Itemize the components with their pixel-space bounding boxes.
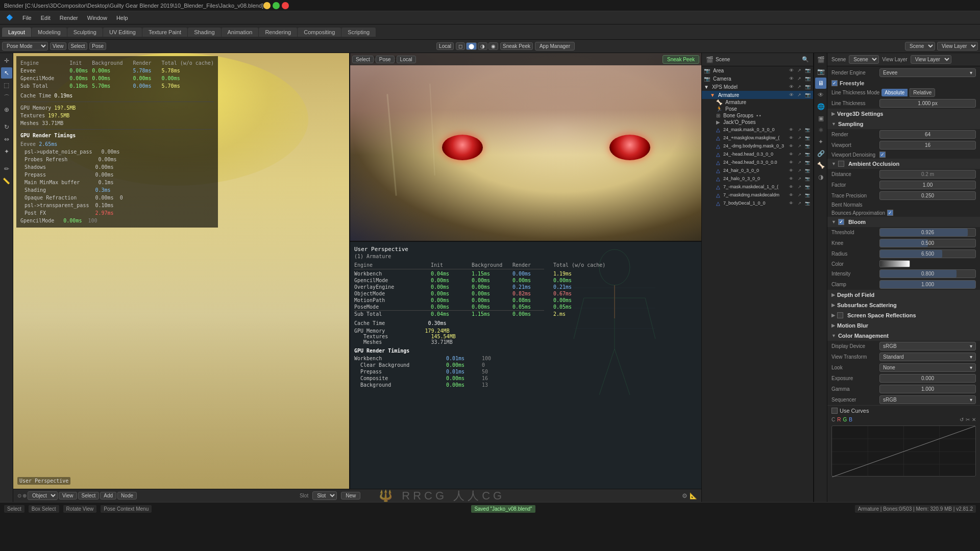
tab-animation[interactable]: Animation xyxy=(222,28,259,37)
curves-reset[interactable]: ↺ xyxy=(960,417,964,422)
m5-vis[interactable]: 👁 xyxy=(788,159,795,166)
move-tool[interactable]: ↖ xyxy=(1,67,12,79)
m7-vis[interactable]: 👁 xyxy=(788,175,795,182)
m6-rend[interactable]: 📷 xyxy=(804,167,811,174)
outliner-camera[interactable]: 📷 Camera 👁 ↗ 📷 xyxy=(702,74,813,83)
mb-section[interactable]: ▶ Motion Blur xyxy=(827,320,980,331)
look-val[interactable]: None ▾ xyxy=(879,363,976,372)
tab-shading[interactable]: Shading xyxy=(188,28,220,37)
bottom-add-btn[interactable]: Add xyxy=(100,492,116,499)
sneak-peek-btn[interactable]: Sneak Peek xyxy=(500,42,533,50)
curves-g[interactable]: G xyxy=(843,417,847,422)
view-layer-select[interactable]: View Layer xyxy=(937,42,978,51)
lasso-tool[interactable]: ⌒ xyxy=(1,92,12,103)
m6-sel[interactable]: ↗ xyxy=(796,167,803,174)
annotate-tool[interactable]: ✏ xyxy=(1,163,12,174)
prop-tab-material[interactable]: ◑ xyxy=(815,171,826,183)
bottom-icon-1[interactable]: ⚙ xyxy=(682,492,688,499)
outliner-mesh-4[interactable]: △ 24_-head.head_0.3_0_0 👁 ↗ 📷 xyxy=(702,150,813,158)
maximize-btn[interactable] xyxy=(273,2,280,9)
m4-vis[interactable]: 👁 xyxy=(788,151,795,158)
curves-clip[interactable]: ✂ xyxy=(966,417,970,422)
app-manager-btn[interactable]: App Manager xyxy=(535,42,575,51)
menu-blender[interactable]: 🔷 xyxy=(2,13,17,22)
outliner-mesh-2[interactable]: △ 24_+maskglow.maskglow_( 👁 ↗ 📷 xyxy=(702,134,813,142)
prop-tab-obj[interactable]: ▣ xyxy=(815,113,826,124)
sampling-section[interactable]: ▼ Sampling xyxy=(827,119,980,129)
local-btn[interactable]: Local xyxy=(436,42,454,50)
tab-compositing[interactable]: Compositing xyxy=(298,28,341,37)
new-btn[interactable]: New xyxy=(341,492,360,499)
freestyle-checkbox[interactable]: ✓ xyxy=(831,80,838,86)
m5-rend[interactable]: 📷 xyxy=(804,159,811,166)
verge3d-section[interactable]: ▶ Verge3D Settings xyxy=(827,109,980,119)
dist-val[interactable]: 0.2 m xyxy=(879,170,976,179)
bloom-checkbox[interactable]: ✓ xyxy=(838,219,844,225)
knee-val[interactable]: 0.500 xyxy=(879,239,976,247)
mode-select[interactable]: Pose Mode xyxy=(2,42,48,51)
tab-modeling[interactable]: Modeling xyxy=(32,28,67,37)
ao-section[interactable]: ▼ Ambient Occlusion xyxy=(827,159,980,169)
m2-rend[interactable]: 📷 xyxy=(804,134,811,141)
outliner-mesh-10[interactable]: △ 7_bodyDecal_1_0_0 👁 ↗ 📷 xyxy=(702,199,813,207)
outliner-xps-model[interactable]: ▼ XPS Model 👁 ↗ 📷 xyxy=(702,83,813,91)
outliner-mesh-8[interactable]: △ 7_-mask.maskdecal_1_0_( 👁 ↗ 📷 xyxy=(702,183,813,191)
prop-tab-data[interactable]: 🦴 xyxy=(815,160,826,171)
prop-tab-constraint[interactable]: 🔗 xyxy=(815,148,826,159)
bounces-checkbox[interactable]: ✓ xyxy=(887,210,893,216)
measure-tool[interactable]: 📏 xyxy=(1,176,12,187)
scene-select[interactable]: Scene xyxy=(905,42,935,51)
m10-vis[interactable]: 👁 xyxy=(788,199,795,207)
lt-value[interactable]: 1.000 px xyxy=(879,99,976,108)
shading-matprev[interactable]: ◑ xyxy=(478,42,487,50)
render-val[interactable]: 64 xyxy=(879,130,976,139)
m3-sel[interactable]: ↗ xyxy=(796,142,803,149)
prop-tab-particles[interactable]: ✦ xyxy=(815,136,826,147)
m8-rend[interactable]: 📷 xyxy=(804,183,811,190)
status-box-select[interactable]: Box Select xyxy=(29,505,59,513)
intensity-val[interactable]: 0.800 xyxy=(879,269,976,278)
outliner-armature-data[interactable]: 🦴 Armature xyxy=(702,99,813,106)
prop-tab-world[interactable]: 🌐 xyxy=(815,101,826,112)
scale-tool[interactable]: ⇔ xyxy=(1,134,12,145)
outliner-filter[interactable]: 🔍 xyxy=(802,56,809,63)
outliner-mesh-6[interactable]: △ 24_hair_0_3_0_0 👁 ↗ 📷 xyxy=(702,166,813,174)
face-pose-btn[interactable]: Pose xyxy=(376,56,395,63)
bloom-section[interactable]: ▼ ✓ Bloom xyxy=(827,217,980,227)
arm-rend[interactable]: 📷 xyxy=(804,91,811,98)
clamp-val[interactable]: 1.000 xyxy=(879,280,976,289)
outliner-bone-groups[interactable]: ⊞ Bone Groups • • xyxy=(702,112,813,119)
face-select-btn[interactable]: Select xyxy=(352,56,374,63)
m2-sel[interactable]: ↗ xyxy=(796,134,803,141)
m8-vis[interactable]: 👁 xyxy=(788,183,795,190)
shading-solid[interactable]: ⬤ xyxy=(466,42,477,50)
m10-rend[interactable]: 📷 xyxy=(804,199,811,207)
tab-sculpting[interactable]: Sculpting xyxy=(67,28,103,37)
bottom-select-btn[interactable]: Select xyxy=(78,492,100,499)
curves-c[interactable]: C xyxy=(831,417,835,422)
outliner-mesh-1[interactable]: △ 24_mask.mask_0_3_0_0 👁 ↗ 📷 xyxy=(702,126,813,134)
cm-section[interactable]: ▼ Color Management xyxy=(827,331,980,341)
shading-rendered[interactable]: ◉ xyxy=(488,42,498,50)
ssr-section[interactable]: ▶ Screen Space Reflections xyxy=(827,310,980,320)
factor-val[interactable]: 1.00 xyxy=(879,181,976,189)
cam-rend[interactable]: 📷 xyxy=(804,75,811,82)
m4-sel[interactable]: ↗ xyxy=(796,151,803,158)
curves-b[interactable]: B xyxy=(849,417,852,422)
tab-scripting[interactable]: Scripting xyxy=(341,28,376,37)
vt-val[interactable]: Standard ▾ xyxy=(879,353,976,361)
object-select[interactable]: Object xyxy=(28,491,58,500)
outliner-armature[interactable]: ▼ Armature 👁 ↗ 📷 xyxy=(702,91,813,99)
face-sneak-btn[interactable]: Sneak Peek xyxy=(663,55,699,64)
m3-vis[interactable]: 👁 xyxy=(788,142,795,149)
outliner-mesh-7[interactable]: △ 24_halo_0_3_0_0 👁 ↗ 📷 xyxy=(702,174,813,183)
xps-vis[interactable]: 👁 xyxy=(788,83,795,90)
ssr-checkbox[interactable] xyxy=(837,312,843,318)
prop-tab-output[interactable]: 🖥 xyxy=(815,78,826,89)
cursor-tool[interactable]: ✛ xyxy=(1,55,12,66)
vp-val[interactable]: 16 xyxy=(879,141,976,149)
radius-val[interactable]: 6.500 xyxy=(879,249,976,258)
bottom-view-btn[interactable]: View xyxy=(59,492,77,499)
m9-vis[interactable]: 👁 xyxy=(788,191,795,198)
arm-vis[interactable]: 👁 xyxy=(788,91,795,98)
